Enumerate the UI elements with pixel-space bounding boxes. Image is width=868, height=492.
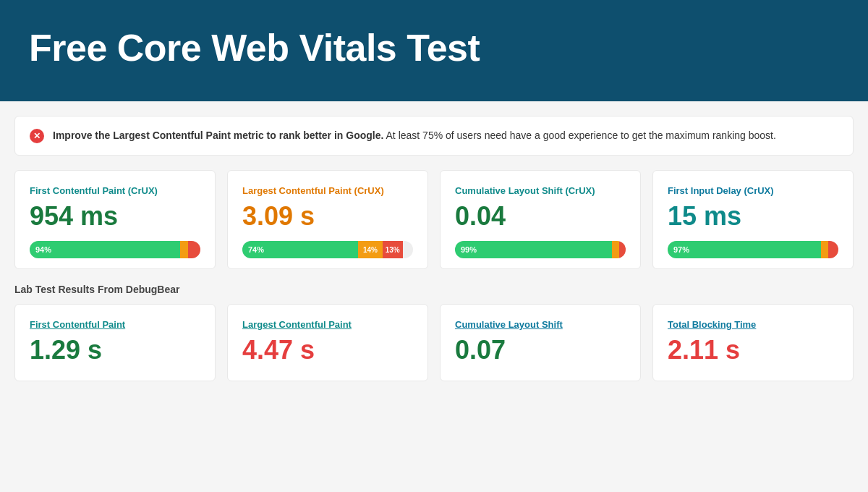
lab-metric-label-2: Cumulative Layout Shift — [455, 319, 626, 330]
lab-metric-card-3: Total Blocking Time 2.11 s — [652, 304, 854, 381]
bar-orange-2 — [612, 241, 618, 258]
crux-metric-card-1: Largest Contentful Paint (CrUX) 3.09 s 7… — [227, 170, 428, 269]
bar-green-label-0: 94% — [35, 245, 51, 254]
crux-progress-bar-3: 97% — [668, 241, 838, 258]
bar-red-label-1: 13% — [386, 246, 400, 254]
crux-metric-value-3: 15 ms — [668, 203, 838, 229]
bar-red-1: 13% — [383, 241, 403, 258]
bar-orange-0 — [180, 241, 189, 258]
bar-green-0: 94% — [30, 241, 180, 258]
crux-metric-value-0: 954 ms — [30, 203, 200, 229]
bar-green-3: 97% — [668, 241, 821, 258]
alert-banner: ✕ Improve the Largest Contentful Paint m… — [14, 116, 854, 156]
alert-normal-text: At least 75% of users need have a good e… — [386, 130, 776, 141]
crux-metric-label-1: Largest Contentful Paint (CrUX) — [242, 185, 413, 196]
bar-green-label-2: 99% — [461, 245, 477, 254]
lab-metric-label-3: Total Blocking Time — [668, 319, 838, 330]
crux-progress-bar-1: 74% 14% 13% — [242, 241, 413, 258]
bar-green-label-1: 74% — [248, 245, 264, 254]
bar-red-0 — [188, 241, 200, 258]
page-title: Free Core Web Vitals Test — [29, 26, 839, 69]
crux-metric-card-0: First Contentful Paint (CrUX) 954 ms 94% — [14, 170, 216, 269]
bar-green-1: 74% — [242, 241, 358, 258]
crux-metrics-grid: First Contentful Paint (CrUX) 954 ms 94%… — [14, 170, 854, 269]
lab-metric-label-1: Largest Contentful Paint — [242, 319, 413, 330]
crux-metric-label-0: First Contentful Paint (CrUX) — [30, 185, 200, 196]
bar-orange-3 — [821, 241, 827, 258]
alert-icon: ✕ — [30, 129, 44, 143]
lab-metric-card-2: Cumulative Layout Shift 0.07 — [440, 304, 641, 381]
lab-metrics-grid: First Contentful Paint 1.29 s Largest Co… — [14, 304, 854, 381]
alert-text: Improve the Largest Contentful Paint met… — [53, 128, 776, 143]
crux-metric-card-2: Cumulative Layout Shift (CrUX) 0.04 99% — [440, 170, 641, 269]
bar-green-label-3: 97% — [673, 245, 689, 254]
lab-metric-value-1: 4.47 s — [242, 337, 413, 363]
crux-metric-value-1: 3.09 s — [242, 203, 413, 229]
bar-orange-1: 14% — [358, 241, 382, 258]
lab-metric-value-3: 2.11 s — [668, 337, 838, 363]
bar-red-2 — [619, 241, 626, 258]
lab-metric-card-1: Largest Contentful Paint 4.47 s — [227, 304, 428, 381]
crux-progress-bar-0: 94% — [30, 241, 200, 258]
lab-metric-value-2: 0.07 — [455, 337, 626, 363]
crux-progress-bar-2: 99% — [455, 241, 626, 258]
bar-green-2: 99% — [455, 241, 612, 258]
crux-metric-label-2: Cumulative Layout Shift (CrUX) — [455, 185, 626, 196]
bar-orange-label-1: 14% — [363, 246, 378, 254]
alert-bold-text: Improve the Largest Contentful Paint met… — [53, 130, 383, 141]
bar-red-3 — [828, 241, 838, 258]
crux-metric-value-2: 0.04 — [455, 203, 626, 229]
crux-metric-card-3: First Input Delay (CrUX) 15 ms 97% — [652, 170, 854, 269]
lab-metric-value-0: 1.29 s — [30, 337, 200, 363]
lab-metric-label-0: First Contentful Paint — [30, 319, 200, 330]
crux-metric-label-3: First Input Delay (CrUX) — [668, 185, 838, 196]
lab-section-label: Lab Test Results From DebugBear — [14, 284, 854, 295]
header: Free Core Web Vitals Test — [0, 0, 868, 101]
main-content: ✕ Improve the Largest Contentful Paint m… — [0, 101, 868, 410]
lab-metric-card-0: First Contentful Paint 1.29 s — [14, 304, 216, 381]
